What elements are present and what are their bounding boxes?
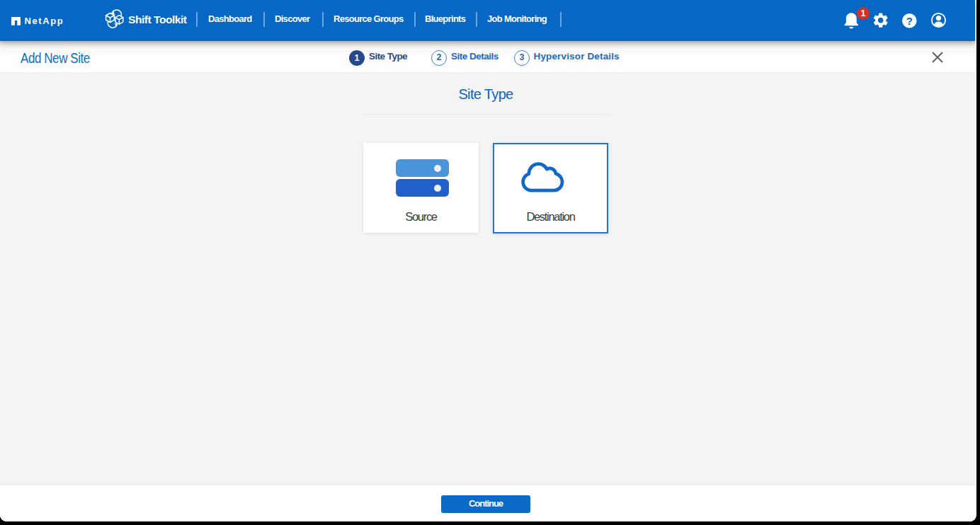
svg-text:1: 1 [861,9,866,19]
svg-text:?: ? [906,14,913,26]
